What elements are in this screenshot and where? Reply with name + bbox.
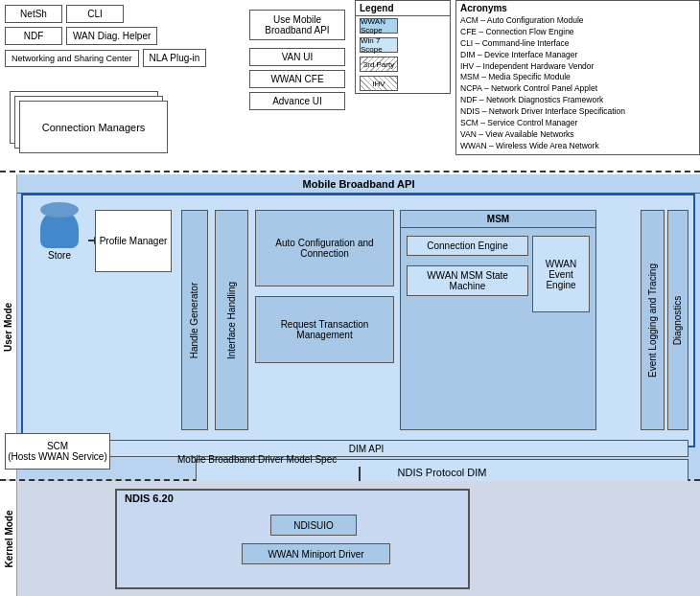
user-mode-section: User Mode Mobile Broadband API Store Pro… <box>0 174 700 481</box>
auto-config-label: Auto Configuration and Connection <box>260 238 389 259</box>
event-logging-box: Event Logging and Tracing <box>641 210 665 430</box>
wwan-miniport-box: WWAN Miniport Driver <box>242 543 390 564</box>
auto-config-box: Auto Configuration and Connection <box>255 210 394 287</box>
wwan-cfe-box: WWAN CFE <box>249 70 345 88</box>
legend-win7-label: Win 7 Scope <box>361 36 397 54</box>
nla-box: NLA Plug-in <box>143 49 207 67</box>
acronym-van: VAN – View Available Networks <box>460 129 695 141</box>
wwan-miniport-label: WWAN Miniport Driver <box>268 549 363 560</box>
legend-win7-box: Win 7 Scope <box>360 37 398 53</box>
diagram-container: NetSh CLI NDF WAN Diag. Helper Networkin… <box>0 0 700 596</box>
kernel-mode-text: Kernel Mode <box>3 510 13 567</box>
mobile-broadband-api-label: Mobile Broadband API <box>303 178 415 190</box>
mobile-broadband-api-bar: Mobile Broadband API <box>17 174 700 194</box>
legend-3party-box: 3rd Party <box>360 57 398 72</box>
acronym-ndis: NDIS – Network Driver Interface Specific… <box>460 106 695 118</box>
legend-wwan-box: WWAN Scope <box>360 18 398 34</box>
store-area: Store <box>31 210 88 261</box>
legend-3party: 3rd Party <box>356 55 450 74</box>
acronym-ndf: NDF – Network Diagnostics Framework <box>460 95 695 106</box>
middle-tools: Use Mobile Broadband API VAN UI WWAN CFE… <box>249 10 360 110</box>
profile-manager-label: Profile Manager <box>100 236 168 246</box>
dim-api-label: DIM API <box>349 444 385 454</box>
interface-handling-label: Interface Handling <box>226 281 237 358</box>
acronym-ncpa: NCPA – Network Control Panel Applet <box>460 83 695 95</box>
acronym-dim: DIM – Device Interface Manager <box>460 50 695 61</box>
cm-layer-3: Connection Managers <box>19 101 168 153</box>
legend-area: Legend WWAN Scope Win 7 Scope 3rd Party … <box>355 0 451 94</box>
request-trans-label: Request Transaction Management <box>260 319 389 340</box>
connection-managers-stack: Connection Managers <box>10 91 168 168</box>
interface-handling-box: Interface Handling <box>215 210 248 430</box>
acronym-acm: ACM – Auto Configuration Module <box>460 15 695 27</box>
scm-box: SCM (Hosts WWAN Service) <box>5 433 110 470</box>
tools-row-1: NetSh CLI <box>5 5 254 23</box>
driver-spec-label: Mobile Broadband Driver Model Spec <box>177 454 337 465</box>
top-section: NetSh CLI NDF WAN Diag. Helper Networkin… <box>0 0 700 172</box>
kernel-mode-label: Kernel Mode <box>0 481 17 596</box>
ndisuio-box: NDISUIO <box>270 515 357 536</box>
store-cylinder <box>40 210 79 248</box>
acronym-ihv: IHV – Independent Hardware Vendor <box>460 61 695 73</box>
connection-engine-box: Connection Engine <box>407 236 528 256</box>
diagnostics-label: Diagnostics <box>673 295 684 345</box>
acronym-cfe: CFE – Connection Flow Engine <box>460 27 695 38</box>
msm-inner-left: Connection Engine WWAN MSM State Machine <box>407 236 528 312</box>
user-mode-text: User Mode <box>3 302 13 351</box>
handle-generator-box: Handle Generator <box>181 210 208 430</box>
ndisuio-label: NDISUIO <box>293 520 334 531</box>
driver-spec-text: Mobile Broadband Driver Model Spec <box>177 454 337 465</box>
legend-wwan-label: WWAN Scope <box>361 17 397 34</box>
store-label: Store <box>48 250 71 261</box>
ndf-box: NDF <box>5 27 62 45</box>
diagnostics-box: Diagnostics <box>667 210 688 430</box>
ndis620-box: NDIS 6.20 NDISUIO WWAN Miniport Driver <box>115 489 470 589</box>
legend-header: Legend <box>356 1 450 16</box>
legend-ihv: IHV <box>356 74 450 93</box>
legend-wwan: WWAN Scope <box>356 16 450 35</box>
acronyms-header: Acronyms <box>460 3 695 13</box>
ndis620-header: NDIS 6.20 <box>117 491 468 506</box>
van-ui-box: VAN UI <box>249 48 345 66</box>
advance-ui-box: Advance UI <box>249 92 345 110</box>
kernel-mode-section: Kernel Mode NDIS 6.20 NDISUIO WWAN Minip… <box>0 481 700 596</box>
acronym-cli: CLI – Command-line Interface <box>460 38 695 50</box>
tools-grid: NetSh CLI NDF WAN Diag. Helper Networkin… <box>5 5 254 71</box>
cli-box: CLI <box>66 5 124 23</box>
dim-api-bar: DIM API <box>44 440 688 457</box>
acronym-wwan: WWAN – Wireless Wide Area Network <box>460 141 695 152</box>
tools-row-2: NDF WAN Diag. Helper <box>5 27 254 45</box>
main-content-box: Store Profile Manager Handle Generator I… <box>21 194 695 447</box>
wan-diag-box: WAN Diag. Helper <box>66 27 157 45</box>
connection-managers-label: Connection Managers <box>42 122 146 133</box>
msm-content: Connection Engine WWAN MSM State Machine… <box>401 228 595 320</box>
tools-row-3: Networking and Sharing Center NLA Plug-i… <box>5 49 254 67</box>
profile-manager-box: Profile Manager <box>95 210 172 272</box>
scm-label: SCM (Hosts WWAN Service) <box>8 441 107 462</box>
acronyms-area: Acronyms ACM – Auto Configuration Module… <box>455 0 700 155</box>
wwan-event-box: WWAN Event Engine <box>532 236 590 312</box>
msm-header: MSM <box>401 211 595 228</box>
down-arrow-line <box>359 467 361 481</box>
wwan-event-label: WWAN Event Engine <box>537 259 585 290</box>
networking-box: Networking and Sharing Center <box>5 50 139 67</box>
msm-outer-box: MSM Connection Engine WWAN MSM State Mac… <box>400 210 596 430</box>
legend-ihv-box: IHV <box>360 76 398 91</box>
use-mobile-box: Use Mobile Broadband API <box>249 10 345 40</box>
netsh-box: NetSh <box>5 5 62 23</box>
wwan-msm-box: WWAN MSM State Machine <box>407 265 528 296</box>
legend-3party-label: 3rd Party <box>363 60 394 69</box>
acronym-scm: SCM – Service Control Manager <box>460 118 695 129</box>
ndis-protocol-label: NDIS Protocol DIM <box>398 467 487 478</box>
request-trans-box: Request Transaction Management <box>255 296 394 363</box>
legend-ihv-label: IHV <box>372 80 385 88</box>
legend-win7: Win 7 Scope <box>356 35 450 55</box>
event-logging-label: Event Logging and Tracing <box>647 264 658 378</box>
handle-generator-label: Handle Generator <box>190 282 200 358</box>
acronym-msm: MSM – Media Specific Module <box>460 72 695 83</box>
wwan-tools: VAN UI WWAN CFE Advance UI <box>249 48 360 110</box>
